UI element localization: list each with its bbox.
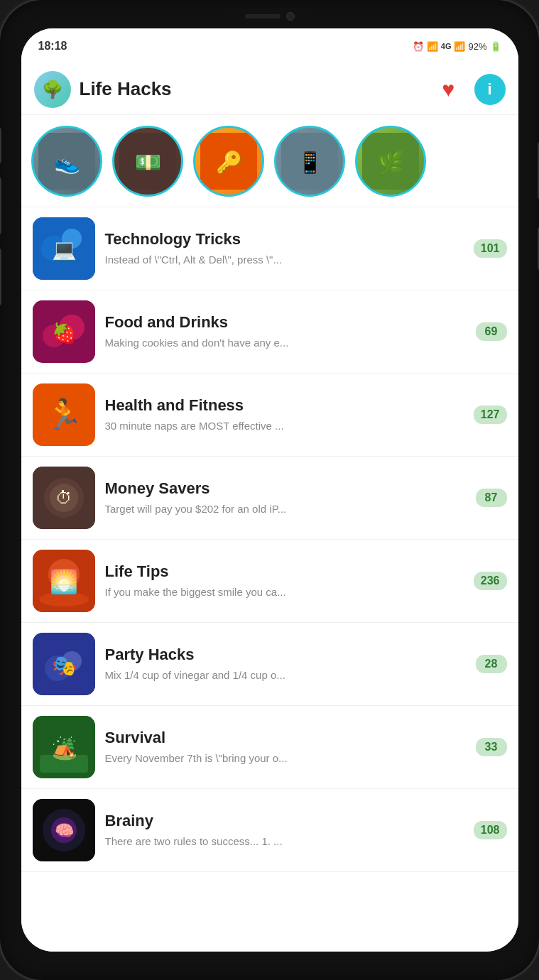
top-bar-right: ♥ i: [433, 74, 506, 105]
top-bar: 🌳 Life Hacks ♥ i: [21, 64, 518, 115]
battery-percent: 92%: [468, 41, 486, 52]
category-title-party: Party Hacks: [105, 646, 466, 664]
svg-text:📱: 📱: [296, 150, 323, 175]
category-subtitle-money: Target will pay you $202 for an old iP..…: [105, 502, 466, 516]
volume-down-left-button: [0, 249, 1, 305]
alarm-icon: ⏰: [413, 41, 424, 52]
category-text-health: Health and Fitness 30 minute naps are MO…: [95, 396, 474, 433]
category-title-tech: Technology Tricks: [105, 230, 464, 249]
category-thumbnail-party: 🎭: [33, 633, 95, 695]
category-subtitle-tech: Instead of \"Ctrl, Alt & Del\", press \"…: [105, 253, 464, 267]
circle-item-1[interactable]: 👟: [31, 126, 102, 197]
speaker: [245, 14, 281, 18]
category-text-life: Life Tips If you make the biggest smile …: [95, 562, 474, 599]
thumb-img-tech: 💻: [33, 217, 95, 280]
svg-text:🏕️: 🏕️: [50, 736, 77, 761]
battery-icon: 🔋: [490, 41, 501, 52]
category-badge-money: 87: [476, 489, 507, 507]
category-thumbnail-food: 🍓: [33, 300, 95, 363]
circle-img-3: 🔑: [200, 133, 257, 190]
category-title-food: Food and Drinks: [105, 313, 466, 332]
notch: [227, 9, 312, 24]
category-text-party: Party Hacks Mix 1/4 cup of vinegar and 1…: [95, 646, 476, 682]
info-button[interactable]: i: [474, 74, 506, 105]
status-icons: ⏰ 📶 4G 📶 92% 🔋: [413, 41, 501, 52]
list-item[interactable]: 🌅 Life Tips If you make the biggest smil…: [21, 540, 518, 623]
category-thumbnail-health: 🏃: [33, 383, 95, 446]
category-thumbnail-brainy: 🧠: [33, 799, 95, 861]
front-camera: [286, 12, 295, 21]
category-badge-brainy: 108: [474, 821, 507, 839]
volume-up-button: [0, 178, 1, 234]
category-text-money: Money Savers Target will pay you $202 fo…: [95, 479, 476, 516]
category-title-money: Money Savers: [105, 479, 466, 498]
category-title-brainy: Brainy: [105, 812, 464, 830]
category-text-survival: Survival Every November 7th is \"bring y…: [95, 729, 476, 766]
thumb-img-health: 🏃: [33, 383, 95, 446]
heart-icon: ♥: [442, 77, 455, 102]
circle-item-2[interactable]: 💵: [112, 126, 183, 197]
list-item[interactable]: 🧠 Brainy There are two rules to success.…: [21, 789, 518, 872]
svg-text:🔑: 🔑: [215, 150, 242, 175]
signal2-icon: 📶: [454, 41, 465, 52]
category-thumbnail-tech: 💻: [33, 217, 95, 280]
category-scroll[interactable]: 👟 💵 🔑 📱: [21, 115, 518, 207]
category-text-tech: Technology Tricks Instead of \"Ctrl, Alt…: [95, 230, 474, 267]
signal-icon: 📶: [427, 41, 438, 52]
svg-text:⏱: ⏱: [55, 488, 72, 507]
volume-silent-button: [0, 128, 1, 163]
list-item[interactable]: 🏃 Health and Fitness 30 minute naps are …: [21, 374, 518, 457]
info-icon: i: [487, 80, 491, 99]
category-thumbnail-survival: 🏕️: [33, 716, 95, 778]
list-item[interactable]: 💻 Technology Tricks Instead of \"Ctrl, A…: [21, 207, 518, 290]
list-item[interactable]: ⏱ Money Savers Target will pay you $202 …: [21, 457, 518, 540]
svg-text:💵: 💵: [134, 150, 161, 175]
svg-text:🏃: 🏃: [45, 397, 83, 432]
4g-icon: 4G: [441, 42, 452, 50]
app-title: Life Hacks: [80, 78, 172, 100]
list-item[interactable]: 🎭 Party Hacks Mix 1/4 cup of vinegar and…: [21, 623, 518, 706]
svg-text:💻: 💻: [51, 238, 76, 261]
thumb-img-money: ⏱: [33, 467, 95, 529]
status-time: 18:18: [38, 40, 67, 53]
category-subtitle-party: Mix 1/4 cup of vinegar and 1/4 cup o...: [105, 668, 466, 682]
category-badge-health: 127: [474, 405, 507, 424]
category-subtitle-food: Making cookies and don't have any e...: [105, 336, 466, 350]
thumb-img-party: 🎭: [33, 633, 95, 695]
thumb-img-food: 🍓: [33, 300, 95, 363]
category-list[interactable]: 💻 Technology Tricks Instead of \"Ctrl, A…: [21, 207, 518, 952]
category-subtitle-health: 30 minute naps are MOST effective ...: [105, 419, 464, 433]
category-subtitle-life: If you make the biggest smile you ca...: [105, 585, 464, 599]
top-bar-left: 🌳 Life Hacks: [34, 71, 172, 108]
category-badge-survival: 33: [476, 738, 507, 756]
circle-item-3[interactable]: 🔑: [193, 126, 264, 197]
circle-img-4: 📱: [281, 133, 338, 190]
category-title-survival: Survival: [105, 729, 466, 747]
category-subtitle-survival: Every November 7th is \"bring your o...: [105, 751, 466, 766]
logo-emoji: 🌳: [42, 80, 63, 99]
category-badge-party: 28: [476, 655, 507, 673]
favorites-button[interactable]: ♥: [433, 74, 464, 105]
list-item[interactable]: 🏕️ Survival Every November 7th is \"brin…: [21, 706, 518, 789]
circle-img-1: 👟: [38, 133, 95, 190]
svg-point-25: [39, 592, 89, 606]
thumb-img-survival: 🏕️: [33, 716, 95, 778]
svg-text:🍓: 🍓: [51, 322, 76, 345]
category-badge-life: 236: [474, 572, 507, 590]
category-text-food: Food and Drinks Making cookies and don't…: [95, 313, 476, 350]
circle-item-5[interactable]: 🌿: [355, 126, 426, 197]
svg-text:🎭: 🎭: [51, 654, 76, 677]
thumb-img-brainy: 🧠: [33, 799, 95, 861]
app-logo: 🌳: [34, 71, 71, 108]
category-badge-tech: 101: [474, 239, 507, 258]
circle-img-5: 🌿: [362, 133, 419, 190]
list-item[interactable]: 🍓 Food and Drinks Making cookies and don…: [21, 290, 518, 374]
svg-text:🧠: 🧠: [54, 821, 74, 840]
category-title-life: Life Tips: [105, 562, 464, 581]
circle-item-4[interactable]: 📱: [274, 126, 345, 197]
category-badge-food: 69: [476, 322, 507, 341]
svg-text:👟: 👟: [53, 150, 80, 175]
circle-img-2: 💵: [119, 133, 176, 190]
phone-frame: 18:18 ⏰ 📶 4G 📶 92% 🔋 🌳 Life Hacks ♥: [0, 0, 539, 980]
category-text-brainy: Brainy There are two rules to success...…: [95, 812, 474, 849]
